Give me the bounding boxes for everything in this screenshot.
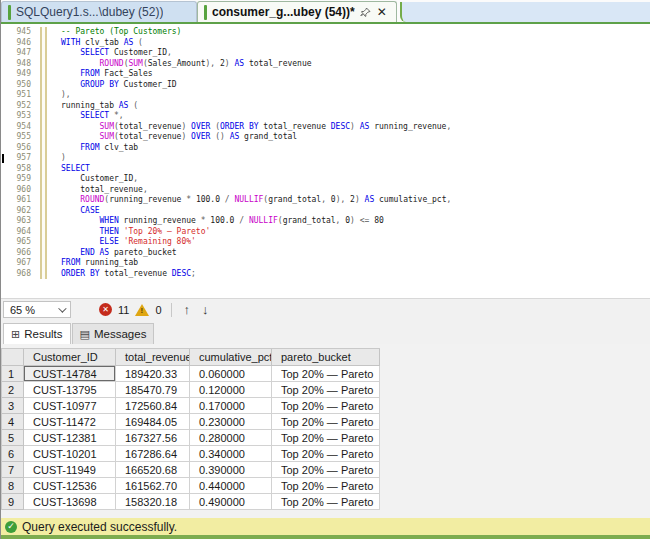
grid-cell[interactable]: CUST-12381	[24, 430, 116, 446]
sql-code-editor[interactable]: 945-- Pareto (Top Customers)946WITH clv_…	[1, 24, 650, 298]
previous-error-arrow-icon[interactable]: ↑	[181, 303, 194, 316]
grid-row-number[interactable]: 5	[2, 430, 24, 446]
code-line[interactable]: 968ORDER BY total_revenue DESC;	[1, 269, 650, 280]
code-line[interactable]: 956 FROM clv_tab	[1, 143, 650, 154]
grid-cell[interactable]: Top 20% — Pareto	[272, 414, 380, 430]
code-line[interactable]: 945-- Pareto (Top Customers)	[1, 27, 650, 38]
code-line[interactable]: 954 SUM(total_revenue) OVER (ORDER BY to…	[1, 122, 650, 133]
line-number: 952	[1, 101, 33, 112]
grid-cell[interactable]: 185470.79	[116, 382, 190, 398]
grid-corner-cell[interactable]	[2, 349, 24, 366]
grid-cell[interactable]: 0.340000	[190, 446, 272, 462]
code-line[interactable]: 955 SUM(total_revenue) OVER () AS grand_…	[1, 132, 650, 143]
grid-row-number[interactable]: 2	[2, 382, 24, 398]
grid-row-number[interactable]: 6	[2, 446, 24, 462]
grid-column-header[interactable]: total_revenue	[116, 349, 190, 366]
grid-cell[interactable]: CUST-13698	[24, 494, 116, 510]
grid-cell[interactable]: Top 20% — Pareto	[272, 430, 380, 446]
grid-header-row: Customer_IDtotal_revenuecumulative_pctpa…	[2, 349, 380, 366]
grid-cell[interactable]: CUST-12536	[24, 478, 116, 494]
grid-cell[interactable]: CUST-11949	[24, 462, 116, 478]
warning-icon[interactable]: !	[135, 304, 149, 316]
code-token-id	[61, 59, 100, 68]
grid-cell[interactable]: Top 20% — Pareto	[272, 494, 380, 510]
code-line[interactable]: 948 ROUND(SUM(Sales_Amount), 2) AS total…	[1, 59, 650, 70]
grid-cell[interactable]: 158320.18	[116, 494, 190, 510]
pin-icon[interactable]	[360, 7, 371, 18]
grid-row-number[interactable]: 1	[2, 366, 24, 382]
grid-cell[interactable]: 189420.33	[116, 366, 190, 382]
grid-cell[interactable]: 0.440000	[190, 478, 272, 494]
tab-sqlquery1[interactable]: SQLQuery1.s...\dubey (52))	[1, 1, 197, 22]
grid-cell[interactable]: Top 20% — Pareto	[272, 446, 380, 462]
code-token-fn: SUM	[100, 132, 114, 141]
grid-cell[interactable]: Top 20% — Pareto	[272, 398, 380, 414]
grid-cell[interactable]: Top 20% — Pareto	[272, 382, 380, 398]
code-line[interactable]: 967FROM running_tab	[1, 258, 650, 269]
code-token-id: running_revenue	[109, 195, 186, 204]
code-token-fn: SUM	[100, 122, 114, 131]
code-line[interactable]: 958SELECT	[1, 164, 650, 175]
code-line[interactable]: 952running_tab AS (	[1, 101, 650, 112]
code-line[interactable]: 953 SELECT *,	[1, 111, 650, 122]
grid-cell[interactable]: 169484.05	[116, 414, 190, 430]
grid-cell[interactable]: 0.120000	[190, 382, 272, 398]
grid-cell[interactable]: 167286.64	[116, 446, 190, 462]
grid-cell[interactable]: Top 20% — Pareto	[272, 462, 380, 478]
grid-cell[interactable]: CUST-11472	[24, 414, 116, 430]
code-line[interactable]: 962 CASE	[1, 206, 650, 217]
grid-row-number[interactable]: 4	[2, 414, 24, 430]
code-token-kw: DESC	[172, 269, 191, 278]
line-number: 954	[1, 122, 33, 133]
grid-cell[interactable]: 0.490000	[190, 494, 272, 510]
code-token-op: ,	[133, 174, 138, 183]
code-line[interactable]: 950 GROUP BY Customer_ID	[1, 80, 650, 91]
grid-cell[interactable]: 0.170000	[190, 398, 272, 414]
grid-cell[interactable]: CUST-10977	[24, 398, 116, 414]
grid-column-header[interactable]: Customer_ID	[24, 349, 116, 366]
code-line[interactable]: 951),	[1, 90, 650, 101]
zoom-level-dropdown[interactable]: 65 %	[3, 301, 71, 318]
code-line[interactable]: 961 ROUND(running_revenue * 100.0 / NULL…	[1, 195, 650, 206]
grid-cell[interactable]: CUST-13795	[24, 382, 116, 398]
code-line[interactable]: 965 ELSE 'Remaining 80%'	[1, 237, 650, 248]
grid-cell[interactable]: 161562.70	[116, 478, 190, 494]
code-token-id	[61, 111, 80, 120]
grid-cell[interactable]: 166520.68	[116, 462, 190, 478]
code-line[interactable]: 964 THEN 'Top 20% — Pareto'	[1, 227, 650, 238]
grid-column-header[interactable]: cumulative_pct	[190, 349, 272, 366]
grid-column-header[interactable]: pareto_bucket	[272, 349, 380, 366]
grid-cell[interactable]: 167327.56	[116, 430, 190, 446]
code-token-fn: NULLIF	[249, 216, 278, 225]
code-line[interactable]: 946WITH clv_tab AS (	[1, 38, 650, 49]
grid-row-number[interactable]: 8	[2, 478, 24, 494]
grid-cell[interactable]: Top 20% — Pareto	[272, 478, 380, 494]
code-line[interactable]: 947 SELECT Customer_ID,	[1, 48, 650, 59]
close-icon[interactable]: ✕	[376, 6, 388, 18]
next-error-arrow-icon[interactable]: ↓	[199, 303, 212, 316]
tab-messages[interactable]: ▤ Messages	[72, 323, 155, 344]
tab-consumer-query[interactable]: consumer_g...ubey (54))* ✕	[197, 1, 397, 22]
error-icon[interactable]: ✕	[99, 303, 112, 316]
code-line[interactable]: 966 END AS pareto_bucket	[1, 248, 650, 259]
tab-results[interactable]: ⊞ Results	[3, 323, 71, 344]
grid-cell[interactable]: 0.280000	[190, 430, 272, 446]
code-line[interactable]: 957)	[1, 153, 650, 164]
grid-row-number[interactable]: 9	[2, 494, 24, 510]
grid-cell[interactable]: 172560.84	[116, 398, 190, 414]
code-text: ORDER BY total_revenue DESC;	[33, 269, 196, 280]
code-line[interactable]: 960 total_revenue,	[1, 185, 650, 196]
grid-cell[interactable]: 0.390000	[190, 462, 272, 478]
line-number: 958	[1, 164, 33, 175]
code-line[interactable]: 959 Customer_ID,	[1, 174, 650, 185]
grid-row-number[interactable]: 3	[2, 398, 24, 414]
grid-cell[interactable]: Top 20% — Pareto	[272, 366, 380, 382]
grid-cell[interactable]: 0.060000	[190, 366, 272, 382]
grid-cell[interactable]: CUST-14784	[24, 366, 116, 382]
grid-cell[interactable]: CUST-10201	[24, 446, 116, 462]
code-line[interactable]: 949 FROM Fact_Sales	[1, 69, 650, 80]
grid-row-number[interactable]: 7	[2, 462, 24, 478]
tab-accent-bar	[8, 5, 11, 20]
grid-cell[interactable]: 0.230000	[190, 414, 272, 430]
code-line[interactable]: 963 WHEN running_revenue * 100.0 / NULLI…	[1, 216, 650, 227]
